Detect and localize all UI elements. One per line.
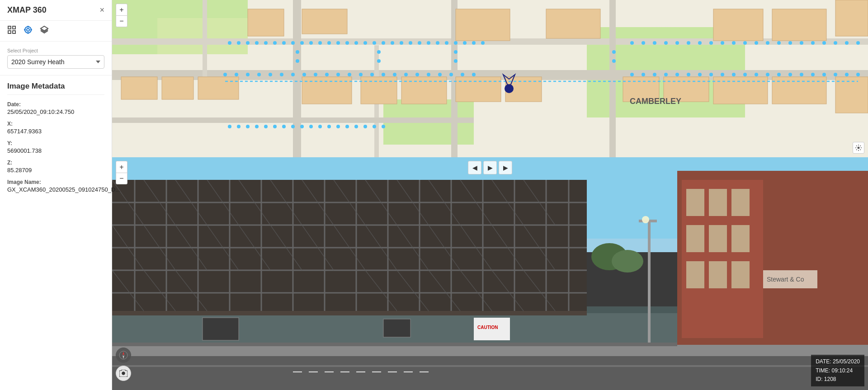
svg-point-50 (255, 41, 259, 45)
svg-point-101 (653, 41, 656, 45)
close-button[interactable]: × (99, 5, 104, 15)
sv-time-label: TIME: (816, 367, 830, 374)
svg-rect-175 (731, 189, 750, 216)
metadata-y-row: Y: 5690001.738 (7, 140, 104, 154)
sv-nav-play-button[interactable]: ▶ (483, 161, 497, 174)
svg-point-59 (336, 41, 340, 45)
svg-point-125 (687, 73, 690, 76)
svg-point-112 (777, 41, 781, 45)
svg-point-79 (257, 73, 261, 76)
svg-point-95 (438, 73, 442, 76)
svg-point-130 (743, 73, 747, 76)
svg-point-73 (463, 41, 467, 45)
svg-point-110 (755, 41, 758, 45)
sv-nav-next-button[interactable]: ▶ (499, 161, 512, 174)
svg-point-77 (235, 73, 238, 76)
svg-rect-245 (112, 180, 587, 311)
project-select-dropdown[interactable]: 2020 Surrey Heath (7, 55, 104, 69)
svg-point-66 (400, 41, 403, 45)
svg-point-139 (845, 73, 849, 76)
svg-point-120 (630, 73, 634, 76)
metadata-section: Image Metadata Date: 25/05/2020_09:10:24… (0, 75, 112, 390)
svg-point-67 (409, 41, 412, 45)
svg-rect-34 (456, 9, 510, 41)
svg-point-153 (264, 125, 268, 128)
svg-rect-256 (203, 318, 239, 340)
sv-date-row: DATE: 25/05/2020 (816, 357, 860, 366)
svg-point-102 (664, 41, 668, 45)
svg-rect-2 (8, 31, 11, 33)
sv-datetime-overlay: DATE: 25/05/2020 TIME: 09:10:24 ID: 1208 (811, 355, 864, 386)
svg-point-150 (237, 125, 241, 128)
metadata-title: Image Metadata (7, 82, 104, 95)
svg-point-160 (327, 125, 331, 128)
svg-point-84 (314, 73, 317, 76)
svg-point-93 (415, 73, 419, 76)
svg-point-56 (309, 41, 313, 45)
svg-point-136 (811, 73, 815, 76)
target-icon[interactable] (24, 25, 33, 37)
svg-point-151 (246, 125, 250, 128)
svg-point-156 (291, 125, 295, 128)
svg-rect-42 (772, 9, 826, 41)
svg-point-131 (755, 73, 758, 76)
svg-point-159 (318, 125, 322, 128)
svg-point-63 (373, 41, 376, 45)
layers-icon[interactable] (40, 25, 49, 37)
sv-zoom-out-button[interactable]: − (116, 173, 127, 184)
svg-point-94 (427, 73, 430, 76)
sv-date-label: DATE: (816, 358, 831, 365)
svg-point-146 (454, 59, 458, 63)
sv-date-value: 25/05/2020 (833, 358, 860, 365)
svg-rect-250 (112, 343, 677, 346)
svg-text:CAMBERLEY: CAMBERLEY (630, 97, 681, 106)
svg-point-144 (377, 59, 381, 63)
sv-zoom-in-button[interactable]: + (116, 161, 127, 173)
svg-point-64 (382, 41, 385, 45)
svg-point-118 (845, 41, 849, 45)
svg-point-104 (687, 41, 690, 45)
svg-point-134 (788, 73, 792, 76)
metadata-date-row: Date: 25/05/2020_09:10:24.750 (7, 101, 104, 115)
svg-rect-37 (546, 9, 600, 38)
metadata-imagename-label: Image Name: (7, 179, 104, 185)
svg-point-65 (391, 41, 394, 45)
svg-point-108 (732, 41, 736, 45)
sv-nav-prev-button[interactable]: ◀ (468, 161, 481, 174)
streetview-image: Stewart & Co (112, 157, 868, 390)
metadata-z-row: Z: 85.28709 (7, 160, 104, 174)
svg-point-163 (354, 125, 358, 128)
metadata-x-row: X: 657147.9363 (7, 121, 104, 135)
svg-point-141 (296, 50, 299, 54)
svg-rect-176 (686, 225, 704, 252)
svg-point-85 (325, 73, 329, 76)
svg-rect-30 (302, 9, 347, 34)
svg-point-119 (856, 41, 860, 45)
svg-point-57 (318, 41, 322, 45)
sv-camera-button[interactable] (116, 366, 131, 381)
svg-point-72 (454, 41, 458, 45)
svg-point-4 (25, 27, 31, 33)
svg-point-114 (800, 41, 803, 45)
svg-point-91 (393, 73, 396, 76)
svg-rect-27 (162, 77, 193, 99)
map-settings-button[interactable] (853, 142, 864, 154)
svg-point-124 (675, 73, 679, 76)
metadata-y-label: Y: (7, 140, 104, 146)
svg-point-51 (264, 41, 268, 45)
svg-rect-249 (112, 345, 868, 356)
sv-compass-button[interactable] (116, 348, 131, 363)
svg-point-82 (291, 73, 295, 76)
fullscreen-icon[interactable] (7, 25, 16, 37)
map-zoom-in-button[interactable]: + (116, 4, 127, 15)
map-zoom-out-button[interactable]: − (116, 15, 127, 27)
sv-id-label: ID: (816, 376, 822, 382)
sidebar: XMAP 360 × Select Project 2020 Surrey He… (0, 0, 112, 390)
svg-point-109 (743, 41, 747, 45)
svg-point-162 (345, 125, 349, 128)
svg-point-121 (642, 73, 645, 76)
svg-point-164 (363, 125, 367, 128)
svg-rect-40 (713, 9, 763, 41)
svg-point-129 (732, 73, 736, 76)
project-select-wrapper: Select Project 2020 Surrey Heath (0, 42, 112, 75)
